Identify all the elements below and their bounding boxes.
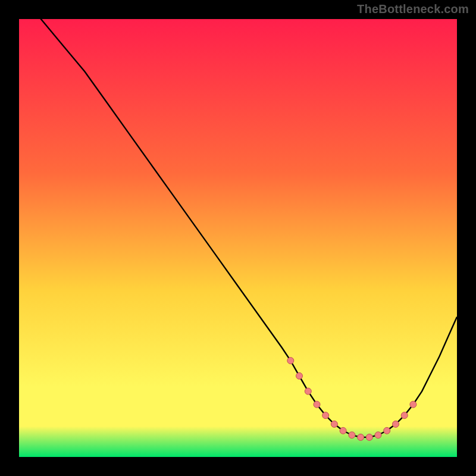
marker-point bbox=[296, 372, 303, 379]
marker-point bbox=[366, 434, 372, 440]
gradient-background bbox=[19, 19, 457, 457]
chart-frame: TheBottleneck.com bbox=[0, 0, 476, 476]
marker-point bbox=[322, 412, 329, 419]
marker-point bbox=[384, 427, 390, 434]
marker-point bbox=[349, 432, 355, 439]
marker-point bbox=[375, 432, 381, 439]
chart-svg bbox=[19, 19, 457, 457]
marker-point bbox=[358, 434, 364, 440]
marker-point bbox=[331, 421, 337, 427]
plot-area bbox=[19, 19, 457, 457]
marker-point bbox=[314, 401, 320, 408]
marker-point bbox=[393, 421, 399, 427]
marker-point bbox=[287, 358, 294, 364]
marker-point bbox=[340, 427, 346, 434]
marker-point bbox=[305, 388, 311, 394]
marker-point bbox=[410, 401, 416, 408]
watermark-text: TheBottleneck.com bbox=[357, 2, 469, 16]
marker-point bbox=[401, 412, 408, 419]
